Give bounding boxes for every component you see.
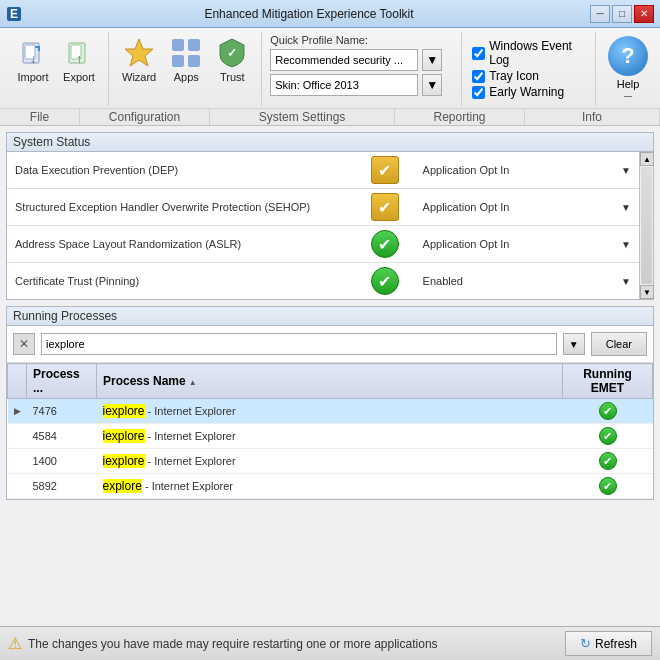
svg-text:E: E xyxy=(10,7,18,21)
cert-status-icon: ✔ xyxy=(355,263,415,300)
help-label: Help xyxy=(617,78,640,90)
emet-status-cell: ✔ xyxy=(563,424,653,449)
table-row[interactable]: 1400 iexplore - Internet Explorer ✔ xyxy=(8,449,653,474)
status-row-sehop: Structured Exception Handler Overwrite P… xyxy=(7,189,639,226)
skin-input[interactable] xyxy=(270,74,418,96)
svg-text:✓: ✓ xyxy=(227,46,237,60)
status-scrollbar[interactable]: ▲ ▼ xyxy=(639,152,653,299)
status-row-aslr: Address Space Layout Randomization (ASLR… xyxy=(7,226,639,263)
apps-button[interactable]: Apps xyxy=(165,34,207,86)
window-controls: ─ □ ✕ xyxy=(590,5,654,23)
dep-dropdown[interactable]: ▼ xyxy=(613,152,639,189)
expand-cell xyxy=(8,449,27,474)
aslr-dropdown[interactable]: ▼ xyxy=(613,226,639,263)
quick-profile-input[interactable] xyxy=(270,49,418,71)
pid-cell: 4584 xyxy=(27,424,97,449)
quick-profile-label: Quick Profile Name: xyxy=(270,34,453,46)
pid-cell: 5892 xyxy=(27,474,97,499)
svg-text:↑: ↑ xyxy=(76,52,82,66)
quick-profile-dropdown-button[interactable]: ▼ xyxy=(422,49,442,71)
clear-filter-button[interactable]: ✕ xyxy=(13,333,35,355)
proc-name-cell: explore - Internet Explorer xyxy=(97,474,563,499)
help-dash: ─ xyxy=(624,90,632,102)
filter-input[interactable] xyxy=(41,333,557,355)
refresh-button[interactable]: ↻ Refresh xyxy=(565,631,652,656)
clear-button[interactable]: Clear xyxy=(591,332,647,356)
running-processes-panel: Running Processes ✕ ▼ Clear Process ... … xyxy=(6,306,654,500)
file-label: File xyxy=(0,109,80,125)
table-row[interactable]: 4584 iexplore - Internet Explorer ✔ xyxy=(8,424,653,449)
maximize-button[interactable]: □ xyxy=(612,5,632,23)
skin-dropdown-button[interactable]: ▼ xyxy=(422,74,442,96)
system-status-table: Data Execution Prevention (DEP) ✔ Applic… xyxy=(7,152,639,299)
emet-check-icon: ✔ xyxy=(599,452,617,470)
windows-event-log-checkbox[interactable] xyxy=(472,47,485,60)
ribbon-group-reporting: Windows Event Log Tray Icon Early Warnin… xyxy=(462,32,596,106)
proc-name-cell: iexplore - Internet Explorer xyxy=(97,399,563,424)
trust-label: Trust xyxy=(220,71,245,83)
minimize-button[interactable]: ─ xyxy=(590,5,610,23)
pid-col-header[interactable]: Process ... xyxy=(27,364,97,399)
table-row[interactable]: ▶ 7476 iexplore - Internet Explorer ✔ xyxy=(8,399,653,424)
import-button[interactable]: ↓ Import xyxy=(12,34,54,86)
wizard-label: Wizard xyxy=(122,71,156,83)
expand-cell xyxy=(8,424,27,449)
ribbon-group-info: ? Help ─ xyxy=(600,32,656,106)
table-row[interactable]: 5892 explore - Internet Explorer ✔ xyxy=(8,474,653,499)
status-bar: ⚠ The changes you have made may require … xyxy=(0,626,660,660)
sehop-status-icon: ✔ xyxy=(355,189,415,226)
cert-dropdown[interactable]: ▼ xyxy=(613,263,639,300)
close-button[interactable]: ✕ xyxy=(634,5,654,23)
early-warning-checkbox[interactable] xyxy=(472,86,485,99)
tray-icon-checkbox[interactable] xyxy=(472,70,485,83)
reporting-label: Reporting xyxy=(395,109,525,125)
aslr-status-icon: ✔ xyxy=(355,226,415,263)
help-button[interactable]: ? xyxy=(608,36,648,76)
emet-check-icon: ✔ xyxy=(599,427,617,445)
pid-cell: 1400 xyxy=(27,449,97,474)
process-name-col-header[interactable]: Process Name ▲ xyxy=(97,364,563,399)
export-icon: ↑ xyxy=(63,37,95,69)
wizard-button[interactable]: Wizard xyxy=(117,34,161,86)
sehop-mode: Application Opt In xyxy=(415,189,614,226)
filter-dropdown-button[interactable]: ▼ xyxy=(563,333,585,355)
dep-status-icon: ✔ xyxy=(355,152,415,189)
process-table-body: ▶ 7476 iexplore - Internet Explorer ✔ 45… xyxy=(8,399,653,499)
trust-button[interactable]: ✓ Trust xyxy=(211,34,253,86)
emet-status-cell: ✔ xyxy=(563,474,653,499)
svg-rect-10 xyxy=(188,39,200,51)
highlight-text: iexplore xyxy=(103,429,145,443)
tray-icon-label: Tray Icon xyxy=(489,69,539,83)
refresh-label: Refresh xyxy=(595,637,637,651)
scroll-up-button[interactable]: ▲ xyxy=(640,152,654,166)
running-emet-col-header[interactable]: Running EMET xyxy=(563,364,653,399)
sort-arrow-icon: ▲ xyxy=(189,378,197,387)
svg-text:↓: ↓ xyxy=(30,52,36,66)
svg-marker-8 xyxy=(125,39,153,66)
cert-name: Certificate Trust (Pinning) xyxy=(7,263,355,300)
pid-cell: 7476 xyxy=(27,399,97,424)
scroll-down-button[interactable]: ▼ xyxy=(640,285,654,299)
highlight-text: explore xyxy=(103,479,142,493)
status-bar-message: ⚠ The changes you have made may require … xyxy=(8,634,438,653)
status-row-cert: Certificate Trust (Pinning) ✔ Enabled ▼ xyxy=(7,263,639,300)
app-icon: E xyxy=(6,6,22,22)
dep-mode: Application Opt In xyxy=(415,152,614,189)
wizard-icon xyxy=(123,37,155,69)
emet-status-cell: ✔ xyxy=(563,399,653,424)
export-button[interactable]: ↑ Export xyxy=(58,34,100,86)
highlight-text: iexplore xyxy=(103,454,145,468)
ribbon-group-system-settings: Quick Profile Name: ▼ ▼ xyxy=(262,32,462,106)
sehop-name: Structured Exception Handler Overwrite P… xyxy=(7,189,355,226)
warning-icon: ⚠ xyxy=(8,634,22,653)
system-status-title: System Status xyxy=(7,133,653,152)
windows-event-log-label: Windows Event Log xyxy=(489,39,585,67)
trust-icon: ✓ xyxy=(216,37,248,69)
dep-name: Data Execution Prevention (DEP) xyxy=(7,152,355,189)
process-table: Process ... Process Name ▲ Running EMET … xyxy=(7,363,653,499)
import-label: Import xyxy=(17,71,48,83)
sys-settings-label: System Settings xyxy=(210,109,395,125)
proc-name-cell: iexplore - Internet Explorer xyxy=(97,424,563,449)
cert-mode: Enabled xyxy=(415,263,614,300)
sehop-dropdown[interactable]: ▼ xyxy=(613,189,639,226)
